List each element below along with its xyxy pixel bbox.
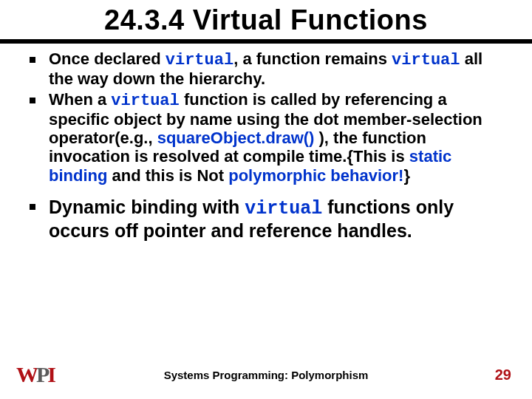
text: When a	[49, 90, 111, 109]
page-number: 29	[495, 366, 511, 383]
bullet-list: Once declared virtual, a function remain…	[30, 50, 511, 242]
footer-caption: Systems Programming: Polymorphism	[164, 369, 369, 381]
keyword-virtual: virtual	[245, 198, 322, 219]
logo-letter-i: I	[47, 362, 55, 387]
logo-letter-w: W	[16, 362, 38, 387]
wpi-logo: W P I	[16, 362, 55, 387]
text: and this is Not	[107, 166, 228, 185]
slide-content: Once declared virtual, a function remain…	[0, 44, 532, 242]
bullet-1: Once declared virtual, a function remain…	[30, 50, 511, 89]
bullet-2: When a virtual function is called by ref…	[30, 90, 511, 185]
term-polymorphic-behavior: polymorphic behavior!	[228, 166, 403, 185]
text: Once declared	[49, 50, 166, 68]
title-bar: 24.3.4 Virtual Functions	[0, 0, 532, 44]
keyword-virtual: virtual	[392, 51, 460, 69]
text: }	[403, 166, 410, 185]
text: Dynamic binding with	[49, 197, 245, 217]
bullet-3: Dynamic binding with virtual functions o…	[30, 197, 511, 242]
code-example: squareObject.draw()	[157, 129, 315, 147]
keyword-virtual: virtual	[111, 92, 179, 110]
text: , a function remains	[233, 50, 392, 68]
keyword-virtual: virtual	[166, 51, 233, 69]
slide-title: 24.3.4 Virtual Functions	[0, 4, 532, 36]
slide-footer: W P I Systems Programming: Polymorphism …	[0, 362, 532, 387]
